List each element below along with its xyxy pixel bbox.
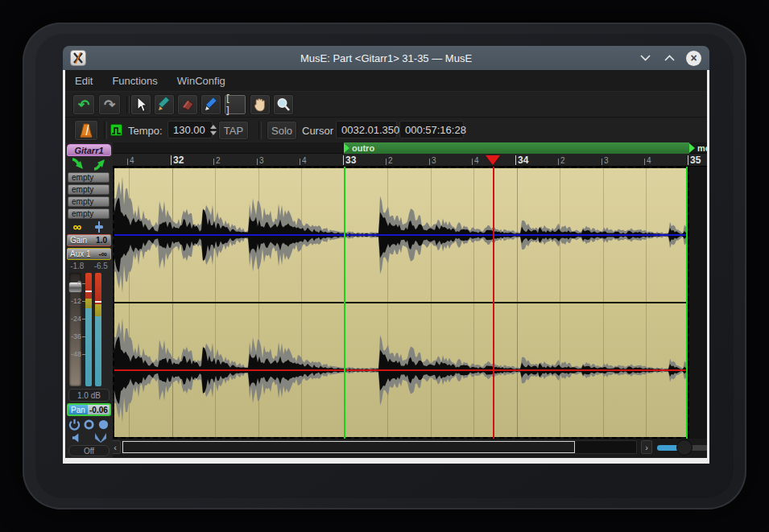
marker-label: outro — [352, 142, 374, 154]
infinity-icon[interactable]: ∞ — [73, 221, 82, 233]
pan-tool-button[interactable] — [250, 94, 271, 115]
zoom-slider-knob[interactable] — [676, 439, 693, 456]
bottom-scroll-area: ‹ › — [113, 439, 707, 458]
menu-item-winconfig[interactable]: WinConfig — [177, 75, 225, 87]
marker-flag-icon[interactable] — [689, 143, 695, 153]
muse-app-icon — [70, 50, 86, 66]
ruler-mark: 32 — [171, 155, 184, 165]
left-locator-line — [344, 167, 345, 439]
record-ring-icon[interactable] — [83, 419, 95, 431]
fader-icon[interactable] — [93, 221, 105, 233]
controller-slot-4[interactable]: empty — [68, 208, 110, 219]
ruler-mark: 33 — [343, 155, 356, 165]
pan-value: -0.06 — [88, 406, 110, 414]
toolbar-separator — [104, 122, 107, 139]
magnifier-icon — [275, 97, 291, 113]
fader-scale-label: 0 — [65, 279, 81, 287]
tempo-spin-arrows[interactable] — [210, 125, 217, 135]
scroll-right-button[interactable]: › — [641, 440, 652, 454]
eraser-tool-button[interactable] — [177, 94, 198, 115]
close-icon[interactable]: × — [686, 51, 701, 66]
ruler-mark: 2 — [558, 157, 565, 165]
power-icon[interactable] — [68, 419, 81, 431]
redo-icon: ↷ — [104, 98, 115, 112]
metronome-button[interactable] — [74, 120, 98, 141]
tap-button[interactable]: TAP — [218, 121, 249, 140]
controller-slot-2[interactable]: empty — [68, 184, 110, 195]
timeline-ruler[interactable]: outromo 432234332343423435 — [113, 142, 707, 167]
menu-bar: EditFunctionsWinConfig — [65, 70, 707, 91]
pencil-tool-button[interactable] — [154, 94, 175, 115]
ruler-mark: 4 — [300, 157, 307, 165]
brackets-icon: [ ] — [225, 93, 246, 117]
solo-dot-icon[interactable] — [97, 419, 110, 431]
wave-part-gitarr1[interactable] — [113, 167, 689, 439]
meter-peak-right: -6.5 — [94, 262, 108, 270]
hand-icon — [253, 97, 267, 113]
menu-item-edit[interactable]: Edit — [75, 75, 93, 87]
right-locator-line — [686, 167, 688, 439]
titlebar[interactable]: MusE: Part <Gitarr1> 31-35 — MusE × — [63, 46, 709, 70]
ruler-mark: 2 — [213, 157, 221, 165]
ruler-mark: 3 — [257, 157, 264, 165]
marker-bar[interactable]: outromo — [113, 142, 707, 154]
aux-send-control[interactable]: Aux 1 -∞ — [67, 248, 111, 260]
minimize-icon[interactable] — [638, 51, 652, 65]
track-name-label[interactable]: Gitarr1 — [67, 144, 111, 156]
muse-part-editor-window: MusE: Part <Gitarr1> 31-35 — MusE × Edit… — [63, 46, 709, 464]
ruler-mark: 3 — [429, 157, 436, 165]
ruler-mark: 34 — [515, 155, 528, 165]
tempo-value: 130.00 — [173, 124, 205, 136]
maximize-icon[interactable] — [662, 51, 676, 65]
horizontal-scrollbar-thumb[interactable] — [122, 441, 575, 453]
marker-region[interactable] — [344, 142, 689, 154]
fader-scale-label: -36 — [65, 332, 81, 340]
gain-control[interactable]: Gain 1.0 — [67, 234, 111, 246]
ruler-mark: 3 — [602, 157, 609, 165]
ruler-mark: 2 — [386, 157, 393, 165]
cursor-label: Cursor — [302, 125, 333, 137]
blue-pencil-icon — [203, 97, 219, 113]
menu-item-functions[interactable]: Functions — [112, 75, 157, 87]
playhead-line — [493, 167, 494, 439]
mute-speaker-icon[interactable] — [72, 432, 82, 443]
bar-number-ruler[interactable]: 432234332343423435 — [113, 154, 707, 167]
pointer-tool-button[interactable] — [130, 94, 151, 115]
input-routing-icon[interactable] — [71, 158, 85, 171]
level-meter-right — [95, 273, 101, 386]
channel-center-line — [114, 234, 688, 236]
controller-slot-1[interactable]: empty — [68, 172, 110, 183]
undo-button[interactable]: ↶ — [72, 94, 95, 115]
stereo-downmix-icon[interactable] — [93, 432, 108, 443]
tempo-graph-icon — [110, 124, 122, 136]
draw-tool-button[interactable] — [201, 94, 221, 115]
output-routing-icon[interactable] — [93, 158, 107, 171]
controller-slot-3[interactable]: empty — [68, 196, 110, 207]
marker-label: mo — [697, 142, 707, 154]
horizontal-scrollbar[interactable] — [122, 440, 637, 454]
wave-lane-right-channel[interactable] — [114, 303, 688, 437]
cursor-time-field[interactable]: 000:57:16:28 — [399, 121, 464, 138]
tempo-spinbox[interactable]: 130.00 — [167, 121, 213, 138]
channel-center-line — [114, 369, 688, 371]
gain-value: 1.0 — [96, 236, 110, 245]
solo-button[interactable]: Solo — [267, 121, 297, 140]
wave-canvas[interactable] — [113, 167, 707, 439]
redo-button[interactable]: ↷ — [98, 94, 121, 115]
pan-label: Pan — [68, 405, 88, 414]
pan-control[interactable]: Pan -0.06 — [67, 403, 111, 416]
zoom-tool-button[interactable] — [273, 94, 294, 115]
undo-icon: ↶ — [78, 98, 89, 112]
marker-flag-icon[interactable] — [344, 143, 349, 153]
db-display-button[interactable]: 1.0 dB — [68, 389, 110, 402]
fader-scale-label: -12 — [65, 297, 81, 305]
cursor-position-field[interactable]: 0032.01.350 — [336, 121, 397, 138]
tools-toolbar: ↶ ↷ — [65, 91, 707, 117]
automation-off-button[interactable]: Off — [68, 445, 110, 456]
wave-lane-left-channel[interactable] — [114, 168, 688, 302]
playhead-marker-icon[interactable] — [486, 155, 500, 165]
ruler-mark: 4 — [644, 157, 651, 165]
fader-scale-label: -24 — [65, 315, 81, 323]
range-tool-button[interactable]: [ ] — [224, 94, 246, 115]
window-title: MusE: Part <Gitarr1> 31-35 — MusE — [63, 52, 709, 64]
